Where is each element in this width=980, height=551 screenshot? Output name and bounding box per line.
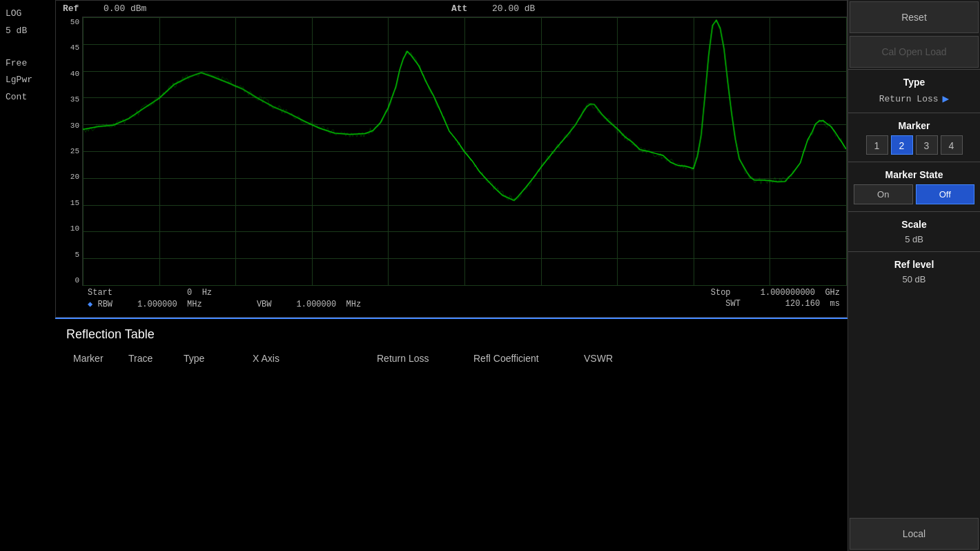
swt-row: SWT 120.160 ms (725, 299, 840, 309)
scale-label: 5 dB (6, 24, 50, 39)
marker-on-button[interactable]: On (854, 184, 913, 204)
col-header-reflcoeff: Refl Coefficient (473, 353, 584, 364)
col-header-xaxis: X Axis (253, 353, 377, 364)
log-label: LOG (6, 7, 50, 21)
ref-label: Ref (63, 3, 79, 14)
marker-section: Marker 1 2 3 4 (848, 113, 980, 162)
col-header-marker: Marker (73, 353, 128, 364)
chart-plot (82, 17, 847, 286)
rbw-label: RBW (97, 300, 112, 309)
ref-level-title: Ref level (854, 259, 974, 270)
y-30: 30 (56, 122, 79, 130)
start-value: 0 (187, 288, 192, 298)
right-sidebar: Reset Cal Open Load Type Return Loss ▶ M… (847, 0, 980, 551)
marker-state-row: On Off (854, 184, 974, 204)
stop-value: 1.000000000 (761, 288, 815, 298)
swt-value: 120.160 (785, 299, 820, 309)
cal-open-load-button[interactable]: Cal Open Load (850, 36, 979, 68)
left-panel: LOG 5 dB Free LgPwr Cont (0, 0, 55, 551)
chart-header: Ref 0.00 dBm Att 20.00 dB (56, 1, 847, 17)
vbw-value: 1.000000 (297, 300, 337, 309)
y-10: 10 (56, 224, 79, 233)
marker-state-section: Marker State On Off (848, 162, 980, 211)
y-25: 25 (56, 147, 79, 155)
reflection-title: Reflection Table (66, 327, 836, 342)
ref-level-section: Ref level 50 dB (848, 251, 980, 291)
marker-3-button[interactable]: 3 (916, 135, 938, 155)
free-label: Free (6, 57, 50, 71)
cont-label: Cont (6, 90, 50, 105)
y-15: 15 (56, 199, 79, 207)
stop-unit: GHz (825, 288, 840, 298)
col-header-trace: Trace (128, 353, 184, 364)
local-button[interactable]: Local (850, 518, 979, 550)
ref-value: 0.00 dBm (104, 3, 146, 14)
rbw-dot: ◆ (88, 300, 92, 309)
start-freq: Start 0 Hz (88, 288, 212, 298)
marker-buttons-row: 1 2 3 4 (854, 135, 974, 155)
marker-4-button[interactable]: 4 (941, 135, 963, 155)
stop-label: Stop (711, 288, 731, 298)
col-header-vswr: VSWR (584, 353, 653, 364)
scale-title: Scale (854, 219, 974, 230)
y-5: 5 (56, 251, 79, 259)
reset-button[interactable]: Reset (850, 1, 979, 33)
scale-section: Scale 5 dB (848, 211, 980, 251)
y-axis: 50 45 40 35 30 25 20 15 10 5 0 (56, 17, 82, 286)
type-title: Type (854, 77, 974, 88)
scale-value: 5 dB (854, 234, 974, 244)
y-45: 45 (56, 44, 79, 52)
y-50: 50 (56, 18, 79, 26)
marker-title: Marker (854, 120, 974, 131)
y-20: 20 (56, 173, 79, 181)
lgpwr-label: LgPwr (6, 73, 50, 88)
y-40: 40 (56, 70, 79, 78)
rbw-value: 1.000000 (137, 300, 177, 309)
spectrum-chart (83, 17, 846, 285)
rbw-unit: MHz (187, 300, 202, 309)
rbw-row: ◆ RBW 1.000000 MHz VBW 1.000000 MHz (88, 299, 361, 309)
start-label: Start (88, 288, 112, 298)
reflection-area: Reflection Table Marker Trace Type X Axi… (55, 318, 847, 551)
main-area: Ref 0.00 dBm Att 20.00 dB 50 45 40 35 30… (55, 0, 847, 551)
col-header-type: Type (184, 353, 253, 364)
type-row: Return Loss ▶ (854, 92, 974, 106)
col-header-returnloss: Return Loss (377, 353, 473, 364)
type-value: Return Loss (879, 94, 939, 104)
type-section: Type Return Loss ▶ (848, 69, 980, 113)
chart-body: 50 45 40 35 30 25 20 15 10 5 0 (56, 17, 847, 286)
marker-state-title: Marker State (854, 169, 974, 180)
y-35: 35 (56, 95, 79, 104)
chart-container: Ref 0.00 dBm Att 20.00 dB 50 45 40 35 30… (55, 0, 847, 318)
type-arrow-icon: ▶ (943, 92, 950, 106)
y-0: 0 (56, 276, 79, 284)
vbw-label: VBW (257, 300, 272, 309)
vbw-unit: MHz (346, 300, 362, 309)
att-value: 20.00 dB (492, 3, 535, 14)
ref-level-value: 50 dB (854, 274, 974, 284)
reflection-table-header: Marker Trace Type X Axis Return Loss Ref… (66, 353, 836, 364)
marker-2-button[interactable]: 2 (891, 135, 913, 155)
swt-unit: ms (830, 299, 840, 309)
start-unit: Hz (202, 288, 212, 298)
marker-off-button[interactable]: Off (916, 184, 975, 204)
marker-1-button[interactable]: 1 (866, 135, 888, 155)
stop-freq: Stop 1.000000000 GHz (711, 288, 840, 298)
swt-label: SWT (725, 299, 741, 309)
att-label: Att (451, 3, 467, 14)
